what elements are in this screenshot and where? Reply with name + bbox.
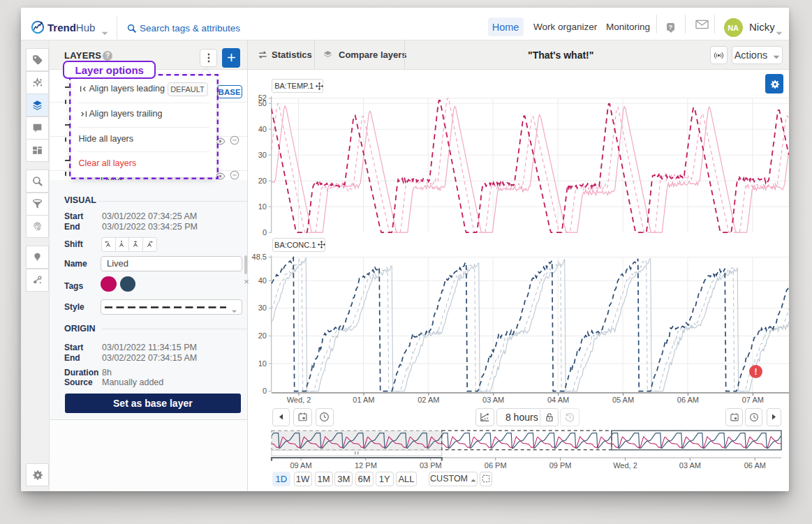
svg-text:03 PM: 03 PM [420,461,442,470]
svg-text:09 PM: 09 PM [549,461,572,470]
svg-text:06 AM: 06 AM [677,396,699,404]
svg-text:10: 10 [258,202,267,211]
svg-text:48.5: 48.5 [252,253,267,261]
svg-text:01 AM: 01 AM [353,396,374,404]
svg-text:0: 0 [263,387,267,395]
svg-text:06 AM: 06 AM [744,461,766,470]
svg-text:40: 40 [258,125,267,133]
svg-text:02 AM: 02 AM [418,396,439,404]
svg-text:Wed, 2: Wed, 2 [613,461,637,470]
svg-text:20: 20 [258,177,267,185]
svg-text:30: 30 [258,304,267,312]
svg-text:40: 40 [258,276,267,285]
svg-text:52: 52 [258,93,267,102]
svg-text:20: 20 [258,331,267,340]
svg-text:30: 30 [258,151,267,159]
svg-text:04 AM: 04 AM [547,396,569,404]
svg-text:03 AM: 03 AM [679,461,701,470]
svg-text:12 PM: 12 PM [355,461,377,470]
svg-text:10: 10 [258,359,267,368]
svg-text:03 AM: 03 AM [482,396,504,404]
svg-text:0: 0 [263,228,267,237]
svg-text:05 AM: 05 AM [612,396,634,404]
svg-text:06 PM: 06 PM [485,461,507,470]
svg-text:09 AM: 09 AM [290,461,311,470]
svg-text:07 AM: 07 AM [742,396,764,404]
svg-text:Wed, 2: Wed, 2 [287,396,311,404]
